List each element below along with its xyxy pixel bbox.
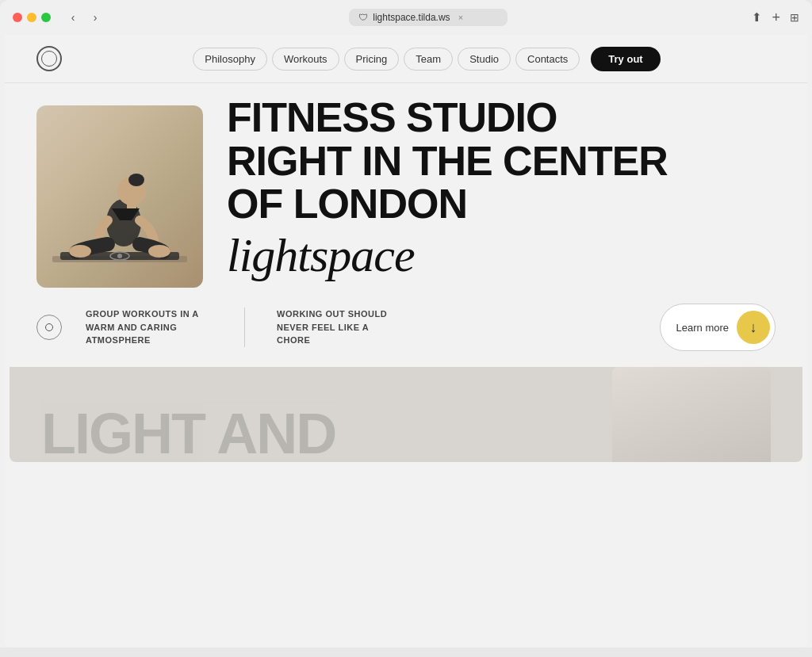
hero-yoga-image: [36, 105, 203, 288]
next-section-title: LIGHT AND: [41, 405, 335, 462]
feature-text-2: WORKING OUT SHOULD NEVER FEEL LIKE A CHO…: [277, 307, 404, 347]
logo-inner-ring: [41, 51, 57, 67]
minimize-window-button[interactable]: [27, 13, 36, 22]
hero-section: FITNESS STUDIO RIGHT IN THE CENTER OF LO…: [5, 83, 807, 288]
clear-url-icon[interactable]: ×: [458, 13, 463, 22]
maximize-window-button[interactable]: [41, 13, 51, 22]
security-icon: 🛡: [358, 12, 368, 23]
nav-workouts[interactable]: Workouts: [272, 48, 339, 71]
url-text: lightspace.tilda.ws: [373, 12, 450, 23]
hero-title-line1: FITNESS STUDIO: [227, 96, 776, 139]
svg-point-8: [69, 245, 91, 258]
url-input[interactable]: 🛡 lightspace.tilda.ws ×: [349, 9, 508, 26]
back-button[interactable]: ‹: [63, 8, 82, 27]
svg-point-6: [128, 174, 144, 186]
hero-brand-script: lightspace: [227, 229, 776, 281]
hero-headline: FITNESS STUDIO RIGHT IN THE CENTER OF LO…: [227, 96, 776, 226]
site-logo[interactable]: [36, 46, 62, 71]
hero-layout: FITNESS STUDIO RIGHT IN THE CENTER OF LO…: [36, 99, 776, 288]
traffic-lights: [13, 13, 51, 22]
svg-point-3: [117, 254, 122, 258]
nav-pricing[interactable]: Pricing: [344, 48, 400, 71]
browser-window: ‹ › 🛡 lightspace.tilda.ws × ⬆ + ⊞ Philos…: [0, 0, 812, 647]
browser-titlebar: ‹ › 🛡 lightspace.tilda.ws × ⬆ + ⊞: [0, 0, 812, 35]
feature-divider: [244, 307, 245, 347]
next-section-image: [612, 367, 771, 462]
yoga-figure-svg: [36, 105, 203, 288]
nav-team[interactable]: Team: [404, 48, 453, 71]
nav-studio[interactable]: Studio: [458, 48, 511, 71]
nav-philosophy[interactable]: Philosophy: [193, 48, 267, 71]
hero-title-column: FITNESS STUDIO RIGHT IN THE CENTER OF LO…: [211, 99, 776, 281]
hero-title-line3: OF LONDON: [227, 182, 776, 226]
new-tab-button[interactable]: +: [772, 10, 780, 26]
nav-contacts[interactable]: Contacts: [515, 48, 580, 71]
tabs-grid-button[interactable]: ⊞: [790, 11, 799, 24]
site-navbar: Philosophy Workouts Pricing Team Studio …: [5, 35, 807, 83]
address-bar: 🛡 lightspace.tilda.ws ×: [111, 9, 745, 26]
close-window-button[interactable]: [13, 13, 22, 22]
browser-content: Philosophy Workouts Pricing Team Studio …: [5, 35, 807, 647]
hero-title-line2: RIGHT IN THE CENTER: [227, 139, 776, 183]
nav-tryout-button[interactable]: Try out: [591, 47, 660, 71]
bullet-indicator: [36, 315, 62, 340]
down-arrow-icon: ↓: [750, 319, 757, 336]
nav-links: Philosophy Workouts Pricing Team Studio …: [78, 47, 776, 71]
learn-more-label: Learn more: [676, 322, 729, 334]
share-button[interactable]: ⬆: [752, 10, 762, 25]
next-section-peek: LIGHT AND: [10, 367, 802, 462]
feature-text-1: GROUP WORKOUTS IN A WARM AND CARING ATMO…: [86, 307, 213, 347]
forward-button[interactable]: ›: [86, 8, 105, 27]
browser-nav-controls: ‹ ›: [63, 8, 105, 27]
svg-point-9: [148, 245, 170, 258]
bullet-dot-icon: [45, 323, 53, 331]
learn-more-button[interactable]: Learn more ↓: [660, 304, 776, 351]
hero-bottom-row: GROUP WORKOUTS IN A WARM AND CARING ATMO…: [5, 288, 807, 367]
browser-action-buttons: ⬆ + ⊞: [752, 10, 799, 26]
learn-more-arrow-circle: ↓: [737, 311, 770, 344]
hero-image-column: [36, 99, 211, 288]
